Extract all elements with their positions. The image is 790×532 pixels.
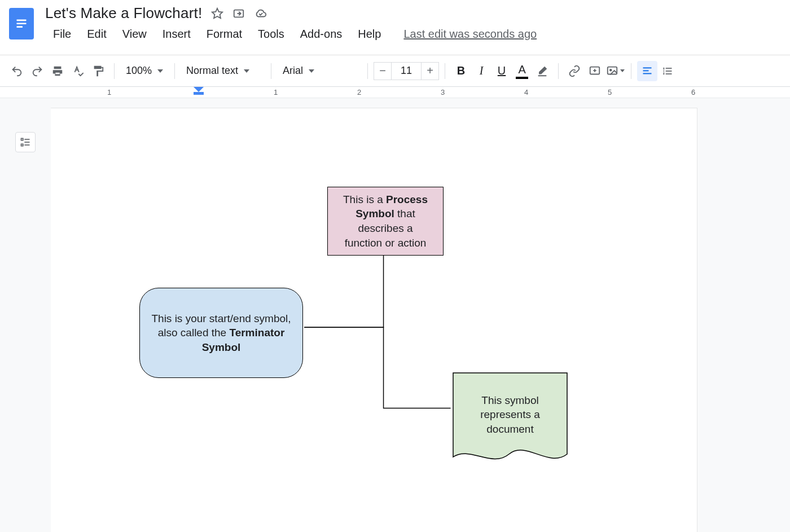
app-header: Let's Make a Flowchart! File Edit View I… <box>0 0 790 55</box>
toolbar-separator <box>558 63 559 79</box>
process-symbol-shape[interactable]: This is a Process Symbol that describes … <box>327 187 444 256</box>
menu-tools[interactable]: Tools <box>250 24 292 44</box>
menu-file[interactable]: File <box>45 24 79 44</box>
cloud-status-icon[interactable] <box>254 7 267 20</box>
menu-format[interactable]: Format <box>199 24 250 44</box>
svg-rect-1 <box>16 23 26 24</box>
line-spacing-button[interactable] <box>657 61 678 81</box>
docs-logo-icon[interactable] <box>9 8 34 39</box>
italic-button[interactable]: I <box>471 61 491 81</box>
paragraph-style-select[interactable]: Normal text <box>181 65 265 77</box>
document-symbol-shape[interactable]: This symbol represents a document <box>453 372 568 468</box>
toolbar-separator <box>367 63 368 79</box>
svg-rect-12 <box>666 71 672 72</box>
terminator-symbol-shape[interactable]: This is your start/end symbol, also call… <box>139 288 303 378</box>
document-page[interactable]: This is a Process Symbol that describes … <box>51 108 697 532</box>
print-button[interactable] <box>47 61 68 81</box>
toolbar-separator <box>631 63 631 79</box>
last-edit-link[interactable]: Last edit was seconds ago <box>403 28 537 41</box>
svg-rect-2 <box>16 26 23 28</box>
chevron-down-icon <box>309 69 314 73</box>
underline-button[interactable]: U <box>491 61 512 81</box>
insert-link-button[interactable] <box>564 61 585 81</box>
toolbar-separator <box>174 63 175 79</box>
chevron-down-icon <box>157 69 163 73</box>
svg-marker-14 <box>194 87 204 92</box>
undo-button[interactable] <box>7 61 27 81</box>
page-container: This is a Process Symbol that describes … <box>51 98 790 532</box>
insert-image-button[interactable] <box>605 61 625 81</box>
font-family-select[interactable]: Arial <box>277 65 362 77</box>
menu-edit[interactable]: Edit <box>79 24 114 44</box>
menu-bar: File Edit View Insert Format Tools Add-o… <box>45 24 781 44</box>
star-icon[interactable] <box>211 7 223 20</box>
menu-view[interactable]: View <box>115 24 155 44</box>
left-gutter <box>0 98 51 532</box>
svg-rect-9 <box>643 70 649 71</box>
menu-insert[interactable]: Insert <box>155 24 199 44</box>
font-size-increase-button[interactable]: + <box>421 62 439 80</box>
menu-addons[interactable]: Add-ons <box>292 24 350 44</box>
toolbar: 100% Normal text Arial − 11 + B I U A <box>0 55 790 87</box>
redo-button[interactable] <box>27 61 47 81</box>
zoom-value: 100% <box>126 65 152 77</box>
toolbar-separator <box>271 63 271 79</box>
paint-format-button[interactable] <box>88 61 108 81</box>
process-symbol-text: This is a Process Symbol that describes … <box>338 192 433 250</box>
svg-rect-15 <box>194 92 204 95</box>
svg-marker-3 <box>212 8 222 17</box>
text-color-swatch <box>516 77 528 79</box>
text-color-button[interactable]: A <box>512 61 532 81</box>
align-left-button[interactable] <box>637 61 657 81</box>
svg-rect-0 <box>16 19 26 21</box>
paragraph-style-value: Normal text <box>186 65 238 77</box>
svg-rect-10 <box>643 73 652 74</box>
chevron-down-icon <box>244 69 249 73</box>
svg-rect-16 <box>21 138 23 140</box>
chevron-down-icon <box>620 69 625 72</box>
toolbar-separator <box>445 63 445 79</box>
bold-button[interactable]: B <box>451 61 471 81</box>
editor-workspace: This is a Process Symbol that describes … <box>0 98 790 532</box>
document-outline-button[interactable] <box>15 132 36 152</box>
toolbar-separator <box>114 63 115 79</box>
svg-rect-13 <box>666 73 672 74</box>
spellcheck-button[interactable] <box>68 61 88 81</box>
title-row: Let's Make a Flowchart! <box>45 5 781 22</box>
font-size-decrease-button[interactable]: − <box>374 62 392 80</box>
zoom-select[interactable]: 100% <box>120 65 169 77</box>
svg-rect-11 <box>666 68 672 69</box>
horizontal-ruler[interactable]: 1 1 2 3 4 5 6 <box>0 87 790 98</box>
highlight-color-button[interactable] <box>532 61 552 81</box>
move-folder-icon[interactable] <box>232 7 245 20</box>
svg-rect-8 <box>643 67 652 68</box>
svg-point-7 <box>609 69 611 71</box>
indent-marker-icon[interactable] <box>194 87 204 99</box>
document-title[interactable]: Let's Make a Flowchart! <box>45 5 202 22</box>
svg-rect-17 <box>21 144 23 146</box>
font-family-value: Arial <box>283 65 303 77</box>
insert-comment-button[interactable] <box>585 61 605 81</box>
font-size-value[interactable]: 11 <box>392 62 421 80</box>
font-size-stepper: − 11 + <box>374 62 439 80</box>
terminator-symbol-text: This is your start/end symbol, also call… <box>150 311 292 355</box>
document-symbol-text: This symbol represents a document <box>463 393 558 448</box>
menu-help[interactable]: Help <box>350 24 389 44</box>
